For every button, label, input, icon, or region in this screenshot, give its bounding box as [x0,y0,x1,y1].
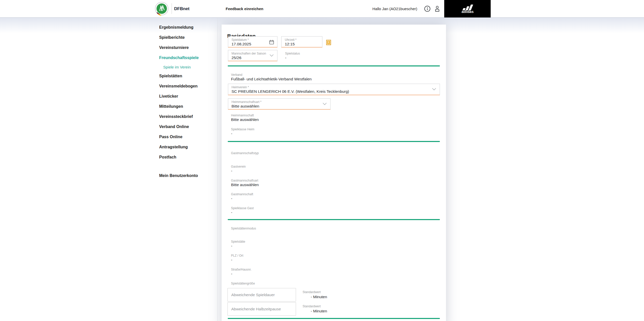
section-divider [228,141,440,142]
standardwert-value: - Minuten [303,309,327,313]
gastmannschaftsart-field: Gastmannschaftsart Bitte auswählen [231,179,259,187]
basisdaten-card: Basisdaten Spieldatum * 17.08.2025 Uhrze… [222,25,446,321]
sidebar-item-vereinsturniere[interactable]: Vereinsturniere [159,45,189,50]
sidebar-item-vereinssteckbrief[interactable]: Vereinssteckbrief [159,114,193,119]
standardwert-label: Standardwert [303,305,327,308]
verband-label: Verband [231,73,312,77]
sidebar-item-vereinsmeldebogen[interactable]: Vereinsmeldebogen [159,84,197,88]
gastmannschaft-label: Gastmannschaft [231,192,253,196]
saison-dropdown[interactable]: Mannschaften der Saison 25/26 [228,50,277,61]
account-icon[interactable] [434,6,440,12]
saison-label: Mannschaften der Saison [232,52,274,55]
verband-field: Verband Fußball- und Leichtathletik-Verb… [231,73,312,81]
heimverein-dropdown[interactable]: Heimverein * SC PREUßEN LENGERICH 06 E.V… [228,84,440,95]
gastverein-label: Gastverein [231,165,246,168]
gastmannschaftstyp-label: Gastmannschaftstyp [231,151,259,155]
verband-value: Fußball- und Leichtathletik-Verband West… [231,77,312,81]
spielstatus-value: - [285,56,300,60]
sidebar-item-spielberichte[interactable]: Spielberichte [159,35,185,40]
halbzeitpause-standardwert: Standardwert - Minuten [303,305,327,313]
chevron-down-icon [323,103,327,105]
gastmannschaftstyp-field: Gastmannschaftstyp [231,151,259,155]
saison-value: 25/26 [232,56,274,60]
strasse-field: Straße/Hausnr. - [231,268,252,276]
heimmannschaft-value: Bitte auswählen [231,117,259,122]
heimmannschaft-field: Heimmannschaft Bitte auswählen [231,114,259,122]
heimverein-value: SC PREUßEN LENGERICH 06 E.V. (Westfalen,… [232,89,436,94]
spielstaettengroesse-field: Spielstättengröße [231,282,255,286]
spielstaettengroesse-label: Spielstättengröße [231,282,255,285]
plz-ort-field: PLZ / Ort - [231,254,243,262]
spielklasse-heim-value: - [231,131,254,136]
uhrzeit-label: Uhrzeit * [285,38,319,42]
section-divider [228,318,440,319]
uhrzeit-input[interactable]: Uhrzeit * 12:15 [281,36,322,48]
spielklasse-gast-label: Spielklasse Gast [231,206,254,210]
section-divider [228,65,440,66]
sidebar-subitem-spiele-im-verein[interactable]: Spiele im Verein [163,65,191,69]
spieldauer-standardwert: Standardwert - Minuten [303,290,327,299]
sidebar-item-verband-online[interactable]: Verband Online [159,124,189,129]
abweichende-spieldauer-input[interactable] [227,288,296,301]
user-greeting: Hallo Jan (AO21buescher) [372,7,417,11]
spielstatus-field: Spielstatus - [285,52,300,60]
sidebar-item-liveticker[interactable]: Liveticker [159,94,178,99]
spielklasse-gast-field: Spielklasse Gast - [231,206,254,215]
gastmannschaftsart-label: Gastmannschaftsart [231,179,259,182]
info-icon[interactable] [424,6,431,12]
abweichende-halbzeitpause-input[interactable] [227,302,296,316]
spielstaette-field: Spielstätte - [231,240,245,248]
spielstaette-value: - [231,244,245,248]
plz-ort-value: - [231,258,243,262]
chevron-down-icon [270,54,274,57]
spielstaette-label: Spielstätte [231,240,245,243]
standardwert-value: - Minuten [303,295,327,299]
heimverein-label: Heimverein * [232,85,436,89]
sidebar-item-ergebnismeldung[interactable]: Ergebnismeldung [159,25,193,30]
strasse-value: - [231,272,252,276]
sidebar-item-freundschaftsspiele[interactable]: Freundschaftsspiele [159,56,199,60]
dfb-logo-icon [155,2,169,15]
gastmannschaft-value: - [231,196,253,201]
chevron-down-icon [432,88,436,90]
adidas-logo: adidas [444,0,491,17]
feedback-link[interactable]: Feedback einreichen [226,7,263,11]
gastmannschaftsart-value: Bitte auswählen [231,183,259,187]
app-header: DFBnet Feedback einreichen Hallo Jan (AO… [0,0,644,17]
heimmannschaftsart-label: Heimmannschaftsart * [232,100,327,104]
calendar-icon[interactable] [269,40,274,45]
spielstaettenmodus-label: Spielstättenmodus [231,227,256,230]
sidebar-divider [218,17,218,321]
info-badge-icon[interactable]: i [326,40,331,45]
gastverein-value: - [231,169,246,173]
sidebar-item-mein-benutzerkonto[interactable]: Mein Benutzerkonto [159,173,198,178]
heimmannschaftsart-value: Bitte auswählen [232,104,327,108]
brand-name: DFBnet [174,6,189,11]
section-divider [228,219,440,220]
sidebar-item-postfach[interactable]: Postfach [159,155,176,159]
plz-ort-label: PLZ / Ort [231,254,243,257]
uhrzeit-value: 12:15 [285,42,319,46]
spielstatus-label: Spielstatus [285,52,300,55]
spielklasse-heim-label: Spielklasse Heim [231,128,254,131]
sidebar-item-mitteilungen[interactable]: Mitteilungen [159,104,183,109]
sidebar-item-spielstaetten[interactable]: Spielstätten [159,74,182,78]
sidebar-item-antragstellung[interactable]: Antragstellung [159,145,188,149]
sidebar-item-pass-online[interactable]: Pass Online [159,135,183,139]
heimmannschaftsart-dropdown[interactable]: Heimmannschaftsart * Bitte auswählen [228,98,331,110]
standardwert-label: Standardwert [303,290,327,294]
spieldatum-input[interactable]: Spieldatum * 17.08.2025 [228,36,277,48]
gastverein-field: Gastverein - [231,165,246,173]
adidas-wordmark: adidas [461,9,474,13]
brand-separator [172,3,172,14]
heimmannschaft-label: Heimmannschaft [231,114,259,117]
spieldatum-label: Spieldatum * [232,38,274,42]
spielstaettenmodus-field: Spielstättenmodus [231,227,256,230]
spielklasse-heim-field: Spielklasse Heim - [231,128,254,136]
sidebar-nav: Ergebnismeldung Spielberichte Vereinstur… [0,17,218,321]
spielklasse-gast-value: - [231,210,254,215]
gastmannschaft-field: Gastmannschaft - [231,192,253,201]
spieldatum-value: 17.08.2025 [232,42,274,46]
strasse-label: Straße/Hausnr. [231,268,252,271]
